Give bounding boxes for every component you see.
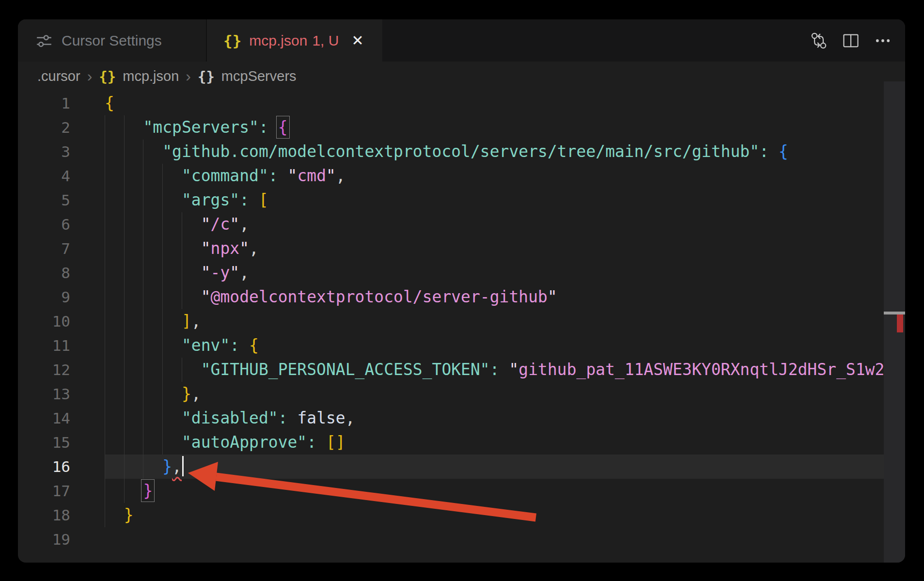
code-token: } xyxy=(124,505,134,524)
vertical-scrollbar[interactable] xyxy=(884,81,905,563)
code-token: } xyxy=(162,457,172,476)
line-number[interactable]: 19 xyxy=(18,527,70,551)
code-token: "env" xyxy=(182,336,230,355)
code-token xyxy=(105,142,162,161)
line-number[interactable]: 18 xyxy=(18,503,70,527)
code-line[interactable]: "-y", xyxy=(105,261,905,285)
code-token: " xyxy=(201,215,211,234)
line-number[interactable]: 10 xyxy=(18,309,70,333)
line-number[interactable]: 9 xyxy=(18,285,70,309)
code-line[interactable]: "command": "cmd", xyxy=(105,164,905,188)
line-number[interactable]: 12 xyxy=(18,358,70,382)
line-number[interactable]: 8 xyxy=(18,261,70,285)
code-line[interactable]: "disabled": false, xyxy=(105,406,905,430)
code-token: -y xyxy=(211,263,230,282)
code-token: " xyxy=(201,263,211,282)
tab-cursor-settings[interactable]: Cursor Settings xyxy=(18,19,207,62)
code-line[interactable]: "GITHUB_PERSONAL_ACCESS_TOKEN": "github_… xyxy=(105,358,905,382)
code-token: } xyxy=(143,481,153,500)
line-number[interactable]: 7 xyxy=(18,236,70,261)
line-number[interactable]: 6 xyxy=(18,212,70,236)
json-braces-icon: {} xyxy=(99,68,116,85)
json-braces-icon: {} xyxy=(223,32,241,49)
code-token xyxy=(105,384,182,403)
line-number[interactable]: 17 xyxy=(18,479,70,503)
code-token: [ xyxy=(259,190,268,209)
text-cursor xyxy=(182,456,184,476)
code-token: " xyxy=(548,287,557,306)
line-number[interactable]: 15 xyxy=(18,430,70,455)
code-line[interactable]: } xyxy=(105,503,905,527)
code-line[interactable] xyxy=(105,527,905,551)
code-token: "autoApprove" xyxy=(182,433,307,452)
code-line[interactable]: "@modelcontextprotocol/server-github" xyxy=(105,285,905,309)
close-icon[interactable]: ✕ xyxy=(351,32,363,49)
code-editor: 12345678910111213141516171819 { "mcpServ… xyxy=(18,91,905,563)
code-token xyxy=(105,360,201,379)
line-number[interactable]: 2 xyxy=(18,115,70,140)
code-line[interactable]: "autoApprove": [] xyxy=(105,430,905,455)
code-token: { xyxy=(779,142,788,161)
code-line[interactable]: } xyxy=(105,479,905,503)
tab-bar: Cursor Settings {} mcp.json 1, U ✕ xyxy=(18,19,905,62)
open-changes-icon[interactable] xyxy=(809,31,829,50)
desktop: { "colors": { "editor_bg": "#1e1e1e", "t… xyxy=(0,0,924,581)
code-token: "command" xyxy=(182,166,268,185)
code-token: : xyxy=(268,166,288,185)
code-line[interactable]: "github.com/modelcontextprotocol/servers… xyxy=(105,140,905,164)
code-token: "args" xyxy=(182,190,239,209)
code-line[interactable]: "env": { xyxy=(105,333,905,358)
code-token xyxy=(105,408,182,427)
code-line[interactable]: }, xyxy=(105,455,905,479)
code-token: npx xyxy=(211,239,240,258)
code-line[interactable]: ], xyxy=(105,309,905,333)
code-token: @modelcontextprotocol/server-github xyxy=(211,287,548,306)
tab-label: mcp.json xyxy=(249,32,307,49)
code-token xyxy=(105,312,182,330)
code-token: : xyxy=(490,360,509,379)
code-token: : xyxy=(759,142,779,161)
code-token xyxy=(105,118,143,137)
code-token: } xyxy=(182,384,191,403)
line-number[interactable]: 4 xyxy=(18,164,70,188)
code-line[interactable]: "/c", xyxy=(105,212,905,236)
code-token: " xyxy=(326,166,336,185)
code-line[interactable]: "args": [ xyxy=(105,188,905,212)
code-token: : xyxy=(307,433,326,452)
more-actions-icon[interactable] xyxy=(873,31,893,50)
code-token: cmd xyxy=(297,166,326,185)
code-token xyxy=(105,166,182,185)
code-token xyxy=(105,336,182,355)
code-line[interactable]: { xyxy=(105,91,905,115)
line-number[interactable]: 16 xyxy=(18,455,70,479)
line-number[interactable]: 11 xyxy=(18,333,70,358)
code-token: , xyxy=(191,312,201,330)
split-editor-icon[interactable] xyxy=(841,31,861,50)
code-token: " xyxy=(230,215,239,234)
code-token: /c xyxy=(211,215,230,234)
code-token: " xyxy=(509,360,518,379)
line-number[interactable]: 3 xyxy=(18,140,70,164)
code-token: , xyxy=(345,408,355,427)
code-token: : xyxy=(239,190,259,209)
code-token xyxy=(105,215,201,234)
code-token: " xyxy=(239,239,249,258)
code-token: : xyxy=(278,408,298,427)
code-line[interactable]: "npx", xyxy=(105,236,905,261)
code-token: , xyxy=(239,215,249,234)
breadcrumb-item-mcpservers[interactable]: mcpServers xyxy=(221,68,297,84)
tab-mcp-json[interactable]: {} mcp.json 1, U ✕ xyxy=(207,19,382,62)
line-number[interactable]: 14 xyxy=(18,406,70,430)
code-token: : xyxy=(230,336,249,355)
line-number[interactable]: 5 xyxy=(18,188,70,212)
code-line[interactable]: }, xyxy=(105,382,905,406)
line-number[interactable]: 1 xyxy=(18,91,70,115)
code-line[interactable]: "mcpServers": { xyxy=(105,115,905,140)
code-token: [] xyxy=(326,433,345,452)
code-token: , xyxy=(172,457,182,476)
code-token: " xyxy=(201,239,211,258)
line-number[interactable]: 13 xyxy=(18,382,70,406)
breadcrumb-item-mcp-json[interactable]: mcp.json xyxy=(123,68,179,84)
breadcrumb: .cursor › {} mcp.json › {} mcpServers xyxy=(18,62,905,91)
breadcrumb-item-cursor[interactable]: .cursor xyxy=(37,68,80,84)
